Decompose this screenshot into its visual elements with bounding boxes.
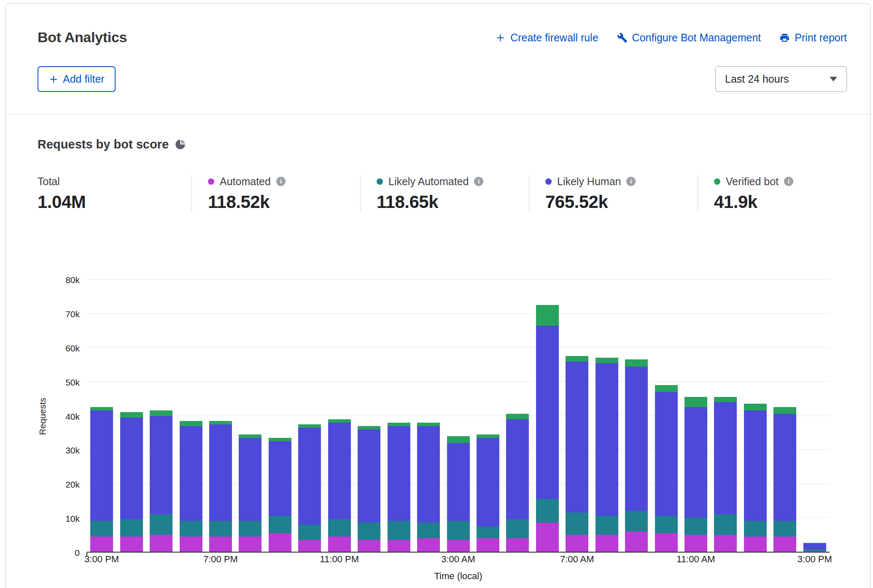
bar-segment-likely-automated[interactable] — [209, 521, 232, 536]
bar-segment-automated[interactable] — [180, 537, 202, 552]
bar-segment-likely-automated[interactable] — [447, 521, 470, 539]
info-icon[interactable]: i — [276, 177, 286, 186]
bar-segment-likely-human[interactable] — [595, 363, 618, 516]
bar-segment-likely-human[interactable] — [150, 416, 172, 515]
bar-segment-automated[interactable] — [566, 535, 588, 552]
bar-segment-likely-human[interactable] — [506, 419, 529, 520]
bar-segment-likely-human[interactable] — [417, 426, 440, 523]
bar-segment-likely-human[interactable] — [209, 424, 232, 521]
bar-segment-likely-automated[interactable] — [595, 516, 618, 534]
bar[interactable] — [239, 280, 261, 552]
bar-segment-likely-automated[interactable] — [328, 519, 351, 536]
bar-segment-verified-bot[interactable] — [120, 412, 143, 417]
bar-segment-verified-bot[interactable] — [358, 426, 380, 429]
print-report-link[interactable]: Print report — [779, 32, 847, 44]
time-range-select[interactable]: Last 24 hours — [715, 66, 847, 92]
bar-segment-likely-human[interactable] — [536, 326, 559, 499]
bar-segment-likely-human[interactable] — [358, 429, 380, 523]
bar-segment-verified-bot[interactable] — [388, 423, 410, 426]
bar-segment-automated[interactable] — [625, 531, 648, 552]
bar-segment-verified-bot[interactable] — [150, 410, 172, 415]
bar-segment-verified-bot[interactable] — [269, 438, 291, 441]
bar[interactable] — [536, 280, 559, 552]
bar-segment-likely-automated[interactable] — [684, 518, 707, 534]
add-filter-button[interactable]: Add filter — [38, 66, 116, 92]
bar-segment-verified-bot[interactable] — [180, 421, 202, 426]
bar[interactable] — [417, 280, 440, 552]
bar-segment-likely-automated[interactable] — [269, 516, 291, 533]
bar-segment-likely-automated[interactable] — [90, 521, 113, 536]
bar-segment-likely-human[interactable] — [655, 392, 678, 516]
bar-segment-verified-bot[interactable] — [239, 434, 261, 438]
bar-segment-automated[interactable] — [744, 537, 767, 552]
bar-segment-likely-human[interactable] — [447, 443, 470, 521]
bar-segment-automated[interactable] — [506, 538, 529, 552]
bar-segment-automated[interactable] — [655, 533, 678, 552]
bar-segment-likely-automated[interactable] — [180, 521, 202, 536]
bar-segment-likely-human[interactable] — [803, 543, 826, 549]
bar-segment-likely-human[interactable] — [625, 367, 648, 511]
bar-segment-likely-human[interactable] — [298, 428, 321, 525]
bar-segment-verified-bot[interactable] — [595, 358, 618, 363]
info-icon[interactable]: i — [474, 177, 483, 186]
bar-segment-likely-human[interactable] — [328, 423, 351, 520]
bar[interactable] — [595, 280, 618, 552]
bar-segment-likely-human[interactable] — [388, 426, 410, 521]
bar[interactable] — [477, 280, 499, 552]
create-firewall-rule-link[interactable]: Create firewall rule — [495, 32, 598, 44]
bar-segment-automated[interactable] — [269, 533, 291, 552]
bar-segment-verified-bot[interactable] — [328, 419, 351, 423]
bar[interactable] — [358, 280, 380, 552]
bar-segment-likely-automated[interactable] — [655, 516, 678, 533]
bar-segment-likely-human[interactable] — [773, 414, 796, 521]
bar-segment-verified-bot[interactable] — [655, 385, 678, 392]
bar-segment-likely-human[interactable] — [477, 438, 499, 526]
bar[interactable] — [773, 280, 796, 552]
info-icon[interactable]: i — [626, 177, 636, 186]
bar-segment-automated[interactable] — [595, 535, 618, 552]
bar-segment-likely-human[interactable] — [90, 410, 113, 521]
bar-segment-verified-bot[interactable] — [566, 356, 588, 361]
bar-segment-likely-automated[interactable] — [298, 525, 321, 540]
bar-segment-automated[interactable] — [150, 535, 172, 552]
bar[interactable] — [269, 280, 291, 552]
bar-segment-automated[interactable] — [447, 540, 470, 552]
bar[interactable] — [90, 280, 113, 552]
bar-segment-likely-automated[interactable] — [506, 519, 529, 538]
bar-segment-likely-automated[interactable] — [744, 521, 767, 536]
bar[interactable] — [655, 280, 678, 552]
bar[interactable] — [298, 280, 321, 552]
bar[interactable] — [684, 280, 707, 552]
bar[interactable] — [209, 280, 232, 552]
bar[interactable] — [625, 280, 648, 552]
bar[interactable] — [328, 280, 351, 552]
bar-segment-automated[interactable] — [90, 537, 113, 552]
bar-segment-automated[interactable] — [388, 540, 410, 552]
bar-segment-likely-human[interactable] — [566, 361, 588, 513]
bar-segment-automated[interactable] — [536, 523, 559, 552]
bar-segment-verified-bot[interactable] — [744, 404, 767, 410]
bar-segment-likely-automated[interactable] — [477, 526, 499, 538]
bar-segment-automated[interactable] — [773, 537, 796, 552]
bar[interactable] — [150, 280, 172, 552]
bar-segment-verified-bot[interactable] — [447, 436, 470, 443]
bar-segment-automated[interactable] — [239, 537, 261, 552]
bar-segment-automated[interactable] — [714, 535, 737, 552]
bar-segment-likely-automated[interactable] — [150, 514, 172, 534]
bar-segment-verified-bot[interactable] — [714, 397, 737, 402]
bar-segment-likely-human[interactable] — [239, 438, 261, 521]
bar-segment-automated[interactable] — [358, 540, 380, 552]
bar-segment-verified-bot[interactable] — [477, 434, 499, 438]
bar-segment-likely-automated[interactable] — [566, 512, 588, 534]
bar-segment-automated[interactable] — [328, 537, 351, 552]
bar-segment-automated[interactable] — [803, 551, 826, 552]
bar-segment-verified-bot[interactable] — [506, 414, 529, 419]
bar-segment-automated[interactable] — [120, 537, 143, 552]
bar-segment-verified-bot[interactable] — [209, 421, 232, 424]
bar-segment-likely-automated[interactable] — [120, 519, 143, 536]
bar[interactable] — [506, 280, 529, 552]
bar-segment-likely-human[interactable] — [180, 426, 202, 521]
bar-segment-automated[interactable] — [209, 537, 232, 552]
bar-segment-likely-automated[interactable] — [773, 521, 796, 536]
bar[interactable] — [120, 280, 143, 552]
